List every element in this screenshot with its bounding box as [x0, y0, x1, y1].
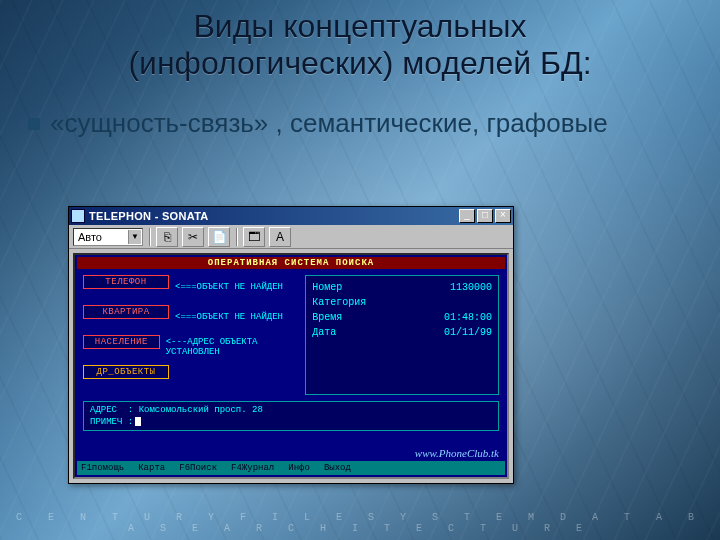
- note-key: ПРИМЕЧ: [90, 417, 122, 427]
- info-val-time: 01:48:00: [444, 310, 492, 325]
- bullet-row: «сущность-связь» , семантические, графов…: [28, 108, 692, 139]
- toolbar-copy-button[interactable]: ⎘: [156, 227, 178, 247]
- addr-key: АДРЕС: [90, 405, 117, 415]
- cut-icon: ✂: [188, 230, 198, 244]
- info-key-category: Категория: [312, 295, 366, 310]
- status-help[interactable]: F1помощь: [81, 463, 124, 473]
- naselenie-status: <---АДРЕС ОБЪЕКТА УСТАНОВЛЕН: [166, 337, 300, 357]
- kvartira-button[interactable]: КВАРТИРА: [83, 305, 169, 319]
- telefon-status: <===ОБЪЕКТ НЕ НАЙДЕН: [175, 282, 283, 292]
- window-title: TELEPHON - SONATA: [89, 210, 459, 222]
- font-icon: A: [276, 230, 284, 244]
- window-titlebar[interactable]: TELEPHON - SONATA _ □ ×: [69, 207, 513, 225]
- dos-screen: ОПЕРАТИВНАЯ СИСТЕМА ПОИСКА ТЕЛЕФОН <===О…: [73, 253, 509, 479]
- maximize-button[interactable]: □: [477, 209, 493, 223]
- naselenie-button[interactable]: НАСЕЛЕНИЕ: [83, 335, 160, 349]
- drobj-button[interactable]: ДР_ОБЪЕКТЫ: [83, 365, 169, 379]
- title-line-1: Виды концептуальных: [193, 8, 526, 44]
- info-key-date: Дата: [312, 325, 336, 340]
- status-map[interactable]: Карта: [138, 463, 165, 473]
- addr-val: : Комсомольский просп. 28: [128, 405, 263, 415]
- toolbar-cut-button[interactable]: ✂: [182, 227, 204, 247]
- info-key-time: Время: [312, 310, 342, 325]
- title-line-2: (инфологических) моделей БД:: [128, 45, 591, 81]
- info-val-date: 01/11/99: [444, 325, 492, 340]
- toolbar-font-button[interactable]: A: [269, 227, 291, 247]
- list-item: ТЕЛЕФОН <===ОБЪЕКТ НЕ НАЙДЕН: [83, 275, 299, 299]
- note-val: :: [128, 417, 133, 427]
- fullscreen-icon: 🗔: [248, 230, 260, 244]
- toolbar-separator: [149, 228, 150, 246]
- font-size-value: Авто: [78, 231, 102, 243]
- info-val-number: 1130000: [450, 280, 492, 295]
- status-info[interactable]: Инфо: [288, 463, 310, 473]
- copy-icon: ⎘: [164, 230, 171, 244]
- bullet-square-icon: [28, 118, 40, 130]
- app-window: TELEPHON - SONATA _ □ × Авто ⎘ ✂ 📄 🗔 A О…: [68, 206, 514, 484]
- paste-icon: 📄: [212, 230, 227, 244]
- status-exit[interactable]: Выход: [324, 463, 351, 473]
- info-key-number: Номер: [312, 280, 342, 295]
- dos-header: ОПЕРАТИВНАЯ СИСТЕМА ПОИСКА: [77, 257, 505, 269]
- address-panel: АДРЕС : Комсомольский просп. 28 ПРИМЕЧ :: [83, 401, 499, 431]
- toolbar-fullscreen-button[interactable]: 🗔: [243, 227, 265, 247]
- slide-footer: C E N T U R Y F I L E S Y S T E M D A T …: [0, 512, 720, 534]
- cursor-icon: [135, 417, 141, 426]
- telefon-button[interactable]: ТЕЛЕФОН: [83, 275, 169, 289]
- bullet-text: «сущность-связь» , семантические, графов…: [50, 108, 608, 139]
- minimize-button[interactable]: _: [459, 209, 475, 223]
- kvartira-status: <===ОБЪЕКТ НЕ НАЙДЕН: [175, 312, 283, 322]
- status-search[interactable]: F6Поиск: [179, 463, 217, 473]
- font-size-combo[interactable]: Авто: [73, 228, 143, 246]
- info-panel: Номер1130000 Категория Время01:48:00 Дат…: [305, 275, 499, 395]
- toolbar-separator: [236, 228, 237, 246]
- list-item: КВАРТИРА <===ОБЪЕКТ НЕ НАЙДЕН: [83, 305, 299, 329]
- slide-title: Виды концептуальных (инфологических) мод…: [0, 8, 720, 82]
- close-button[interactable]: ×: [495, 209, 511, 223]
- toolbar: Авто ⎘ ✂ 📄 🗔 A: [69, 225, 513, 249]
- watermark: www.PhoneClub.tk: [415, 447, 499, 459]
- dos-statusbar: F1помощь Карта F6Поиск F4Журнал Инфо Вых…: [77, 461, 505, 475]
- toolbar-paste-button[interactable]: 📄: [208, 227, 230, 247]
- list-item: НАСЕЛЕНИЕ <---АДРЕС ОБЪЕКТА УСТАНОВЛЕН: [83, 335, 299, 359]
- status-journal[interactable]: F4Журнал: [231, 463, 274, 473]
- list-item: ДР_ОБЪЕКТЫ: [83, 365, 299, 389]
- app-icon: [71, 209, 85, 223]
